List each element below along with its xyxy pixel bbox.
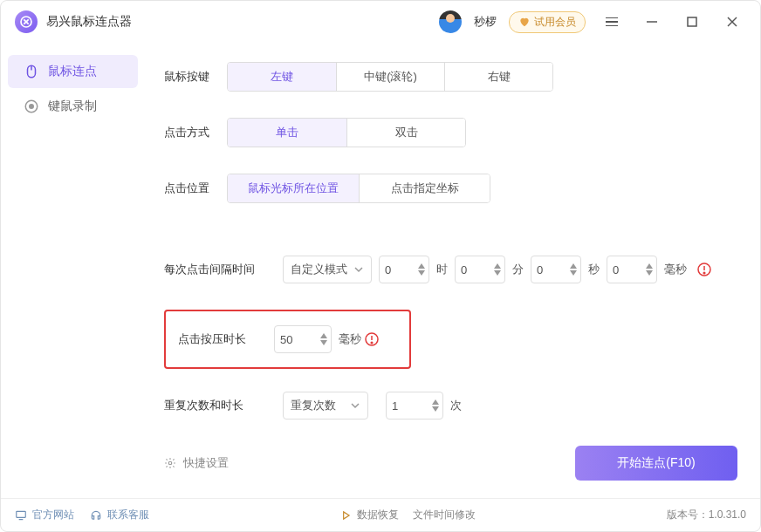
click-mode-label: 点击方式 (164, 125, 227, 140)
press-duration-spinner[interactable]: 50 (274, 325, 332, 353)
hamburger-icon (606, 17, 618, 27)
mouse-button-left[interactable]: 左键 (228, 63, 336, 91)
record-icon (24, 99, 39, 114)
hours-unit: 时 (436, 262, 448, 277)
mouse-icon (24, 64, 39, 79)
gear-icon (164, 457, 176, 469)
svg-point-11 (703, 272, 705, 274)
contact-link[interactable]: 联系客服 (90, 508, 149, 522)
minimize-button[interactable] (638, 8, 666, 36)
app-logo (15, 10, 38, 33)
quick-settings-link[interactable]: 快捷设置 (164, 455, 229, 471)
svg-point-14 (371, 342, 373, 344)
interval-label: 每次点击间隔时间 (164, 262, 276, 277)
click-mode-group: 单击 双击 (227, 118, 466, 147)
mouse-button-group: 左键 中键(滚轮) 右键 (227, 62, 553, 92)
interval-hours-spinner[interactable]: 0 (379, 256, 429, 283)
sidebar-item-label: 鼠标连点 (48, 64, 97, 79)
svg-point-8 (30, 105, 34, 109)
close-button[interactable] (718, 8, 746, 36)
maximize-icon (685, 15, 699, 29)
trial-label: 试用会员 (534, 15, 576, 30)
sidebar-item-label: 键鼠录制 (48, 99, 97, 114)
file-time-mod-link[interactable]: 文件时间修改 (413, 508, 476, 522)
interval-ms-spinner[interactable]: 0 (607, 256, 657, 283)
titlebar: 易兴鼠标连点器 秒椤 试用会员 (1, 1, 760, 43)
start-button-label: 开始连点(F10) (617, 455, 695, 471)
chevron-down-icon (353, 264, 364, 275)
interval-mode-value: 自定义模式 (291, 262, 347, 277)
username: 秒椤 (474, 14, 497, 30)
click-position-label: 点击位置 (164, 181, 227, 196)
heart-icon (518, 16, 531, 28)
interval-minutes-spinner[interactable]: 0 (455, 256, 505, 283)
repeat-label: 重复次数和时长 (164, 398, 276, 413)
minimize-icon (645, 15, 659, 29)
press-duration-unit: 毫秒 (339, 331, 361, 347)
headset-icon (90, 509, 102, 522)
repeat-mode-select[interactable]: 重复次数 (283, 392, 368, 419)
mouse-button-middle[interactable]: 中键(滚轮) (336, 63, 444, 91)
click-position-cursor[interactable]: 鼠标光标所在位置 (228, 174, 359, 202)
interval-mode-select[interactable]: 自定义模式 (283, 256, 372, 283)
start-button[interactable]: 开始连点(F10) (575, 446, 737, 481)
hamburger-button[interactable] (598, 8, 626, 36)
click-position-group: 鼠标光标所在位置 点击指定坐标 (227, 174, 490, 203)
repeat-mode-value: 重复次数 (291, 398, 336, 413)
maximize-button[interactable] (678, 8, 706, 36)
warning-icon[interactable] (697, 263, 711, 276)
main-content: 鼠标按键 左键 中键(滚轮) 右键 点击方式 单击 双击 点击位置 鼠标光标所在… (145, 43, 760, 498)
click-position-coord[interactable]: 点击指定坐标 (359, 174, 490, 202)
sidebar-item-record[interactable]: 键鼠录制 (8, 90, 138, 123)
ms-unit: 毫秒 (664, 262, 687, 277)
statusbar: 官方网站 联系客服 数据恢复 文件时间修改 版本号：1.0.31.0 (1, 498, 760, 531)
press-duration-highlight: 点击按压时长 50 毫秒 (164, 310, 411, 369)
quick-settings-label: 快捷设置 (183, 455, 229, 471)
data-recovery-link[interactable]: 数据恢复 (339, 508, 399, 522)
close-icon (725, 15, 739, 29)
sidebar-item-mouse-click[interactable]: 鼠标连点 (8, 55, 138, 88)
official-site-link[interactable]: 官方网站 (15, 508, 74, 522)
app-title: 易兴鼠标连点器 (46, 14, 132, 30)
minutes-unit: 分 (512, 262, 524, 277)
repeat-unit: 次 (450, 398, 462, 413)
mouse-button-label: 鼠标按键 (164, 69, 227, 85)
press-duration-label: 点击按压时长 (178, 331, 274, 347)
sidebar: 鼠标连点 键鼠录制 (1, 43, 145, 498)
click-mode-double[interactable]: 双击 (346, 119, 465, 147)
avatar[interactable] (439, 10, 462, 33)
trial-badge[interactable]: 试用会员 (509, 11, 586, 33)
click-mode-single[interactable]: 单击 (228, 119, 346, 147)
mouse-button-right[interactable]: 右键 (444, 63, 552, 91)
chevron-down-icon (350, 400, 360, 411)
recovery-icon (339, 509, 352, 522)
warning-icon[interactable] (365, 332, 379, 346)
svg-rect-2 (688, 17, 696, 26)
monitor-icon (15, 509, 27, 522)
repeat-count-spinner[interactable]: 1 (386, 392, 443, 419)
version-text: 版本号：1.0.31.0 (667, 508, 746, 522)
seconds-unit: 秒 (588, 262, 600, 277)
svg-rect-16 (17, 511, 26, 517)
interval-seconds-spinner[interactable]: 0 (531, 256, 581, 283)
svg-point-15 (168, 461, 172, 465)
